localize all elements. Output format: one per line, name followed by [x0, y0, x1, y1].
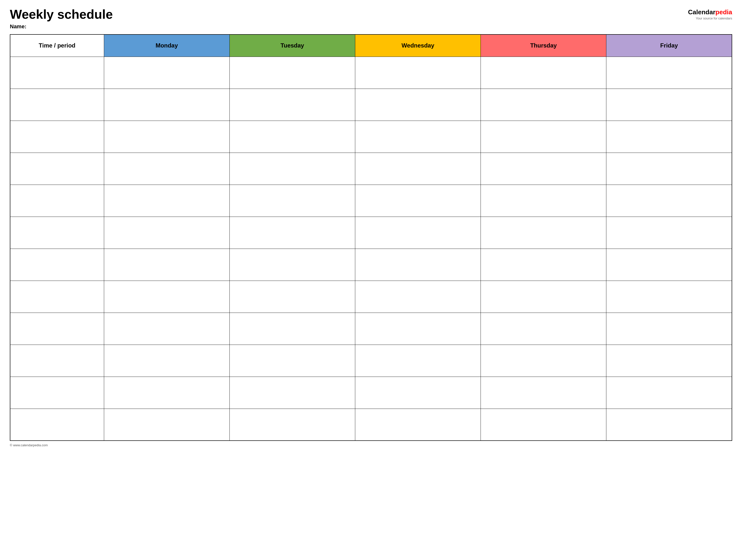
cell-row0-col0[interactable] — [10, 57, 104, 89]
cell-row2-col5[interactable] — [606, 121, 732, 153]
table-row — [10, 377, 732, 409]
cell-row7-col5[interactable] — [606, 281, 732, 313]
cell-row1-col0[interactable] — [10, 89, 104, 121]
cell-row0-col2[interactable] — [229, 57, 355, 89]
title-area: Weekly schedule Name: — [10, 7, 113, 30]
table-row — [10, 409, 732, 441]
cell-row4-col4[interactable] — [481, 185, 606, 217]
cell-row2-col4[interactable] — [481, 121, 606, 153]
col-header-friday: Friday — [606, 35, 732, 57]
schedule-table: Time / period Monday Tuesday Wednesday T… — [10, 34, 732, 441]
cell-row3-col3[interactable] — [355, 153, 481, 185]
cell-row1-col3[interactable] — [355, 89, 481, 121]
col-header-time: Time / period — [10, 35, 104, 57]
cell-row10-col3[interactable] — [355, 377, 481, 409]
cell-row2-col1[interactable] — [104, 121, 229, 153]
table-row — [10, 89, 732, 121]
cell-row4-col0[interactable] — [10, 185, 104, 217]
cell-row6-col0[interactable] — [10, 248, 104, 281]
cell-row10-col0[interactable] — [10, 377, 104, 409]
cell-row7-col1[interactable] — [104, 281, 229, 313]
table-row — [10, 185, 732, 217]
cell-row6-col4[interactable] — [481, 248, 606, 281]
cell-row5-col2[interactable] — [229, 217, 355, 248]
cell-row0-col1[interactable] — [104, 57, 229, 89]
cell-row2-col2[interactable] — [229, 121, 355, 153]
cell-row11-col4[interactable] — [481, 409, 606, 441]
logo-calendar: Calendar — [688, 8, 716, 16]
cell-row6-col1[interactable] — [104, 248, 229, 281]
cell-row10-col5[interactable] — [606, 377, 732, 409]
cell-row1-col4[interactable] — [481, 89, 606, 121]
table-row — [10, 345, 732, 377]
cell-row6-col3[interactable] — [355, 248, 481, 281]
cell-row5-col5[interactable] — [606, 217, 732, 248]
cell-row4-col3[interactable] — [355, 185, 481, 217]
cell-row8-col2[interactable] — [229, 313, 355, 345]
cell-row3-col0[interactable] — [10, 153, 104, 185]
page-title: Weekly schedule — [10, 7, 113, 21]
cell-row9-col5[interactable] — [606, 345, 732, 377]
cell-row5-col0[interactable] — [10, 217, 104, 248]
cell-row8-col0[interactable] — [10, 313, 104, 345]
cell-row8-col1[interactable] — [104, 313, 229, 345]
footer-text: © www.calendarpedia.com — [10, 443, 48, 447]
cell-row9-col1[interactable] — [104, 345, 229, 377]
cell-row7-col0[interactable] — [10, 281, 104, 313]
cell-row10-col1[interactable] — [104, 377, 229, 409]
logo-pedia: pedia — [716, 8, 732, 16]
cell-row1-col1[interactable] — [104, 89, 229, 121]
cell-row3-col1[interactable] — [104, 153, 229, 185]
cell-row8-col4[interactable] — [481, 313, 606, 345]
cell-row0-col3[interactable] — [355, 57, 481, 89]
col-header-tuesday: Tuesday — [229, 35, 355, 57]
cell-row6-col5[interactable] — [606, 248, 732, 281]
cell-row2-col0[interactable] — [10, 121, 104, 153]
header: Weekly schedule Name: Calendarpedia Your… — [10, 7, 732, 30]
cell-row7-col4[interactable] — [481, 281, 606, 313]
cell-row11-col1[interactable] — [104, 409, 229, 441]
footer: © www.calendarpedia.com — [10, 443, 732, 447]
name-label: Name: — [10, 23, 113, 30]
logo-text: Calendarpedia — [688, 8, 732, 16]
col-header-monday: Monday — [104, 35, 229, 57]
cell-row5-col4[interactable] — [481, 217, 606, 248]
cell-row9-col0[interactable] — [10, 345, 104, 377]
cell-row10-col2[interactable] — [229, 377, 355, 409]
cell-row7-col3[interactable] — [355, 281, 481, 313]
cell-row11-col2[interactable] — [229, 409, 355, 441]
cell-row8-col3[interactable] — [355, 313, 481, 345]
cell-row4-col1[interactable] — [104, 185, 229, 217]
table-row — [10, 121, 732, 153]
cell-row5-col3[interactable] — [355, 217, 481, 248]
logo-area: Calendarpedia Your source for calendars — [688, 8, 732, 20]
cell-row3-col5[interactable] — [606, 153, 732, 185]
table-row — [10, 153, 732, 185]
cell-row4-col2[interactable] — [229, 185, 355, 217]
cell-row3-col2[interactable] — [229, 153, 355, 185]
logo-tagline: Your source for calendars — [696, 16, 732, 20]
cell-row11-col3[interactable] — [355, 409, 481, 441]
table-row — [10, 281, 732, 313]
table-row — [10, 248, 732, 281]
cell-row1-col2[interactable] — [229, 89, 355, 121]
table-row — [10, 313, 732, 345]
cell-row8-col5[interactable] — [606, 313, 732, 345]
cell-row11-col5[interactable] — [606, 409, 732, 441]
cell-row11-col0[interactable] — [10, 409, 104, 441]
table-row — [10, 217, 732, 248]
cell-row0-col5[interactable] — [606, 57, 732, 89]
cell-row9-col4[interactable] — [481, 345, 606, 377]
cell-row1-col5[interactable] — [606, 89, 732, 121]
cell-row3-col4[interactable] — [481, 153, 606, 185]
cell-row4-col5[interactable] — [606, 185, 732, 217]
cell-row6-col2[interactable] — [229, 248, 355, 281]
cell-row2-col3[interactable] — [355, 121, 481, 153]
cell-row7-col2[interactable] — [229, 281, 355, 313]
cell-row0-col4[interactable] — [481, 57, 606, 89]
cell-row9-col3[interactable] — [355, 345, 481, 377]
cell-row9-col2[interactable] — [229, 345, 355, 377]
cell-row5-col1[interactable] — [104, 217, 229, 248]
schedule-body — [10, 57, 732, 441]
cell-row10-col4[interactable] — [481, 377, 606, 409]
